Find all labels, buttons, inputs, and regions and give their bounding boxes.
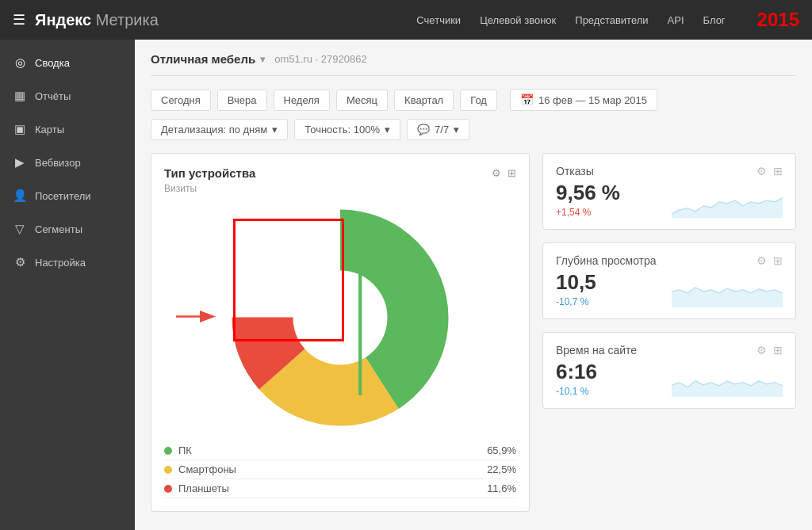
sidebar-item-segments[interactable]: ▽ Сегменты <box>0 212 135 246</box>
svodka-icon: ◎ <box>13 55 27 70</box>
filter-yesterday[interactable]: Вчера <box>217 90 267 111</box>
segments-icon-bubble: 💬 <box>417 124 430 135</box>
filter-quarter[interactable]: Квартал <box>394 90 454 111</box>
stat-body-bounce: 9,56 % +1,54 % <box>556 181 783 218</box>
legend-dot-pc <box>164 447 172 455</box>
sidebar-item-settings[interactable]: ⚙ Настройка <box>0 246 135 279</box>
right-widgets: Отказы ⚙ ⊞ 9,56 % +1,54 % <box>542 153 796 512</box>
legend-value-tablets: 11,6% <box>487 482 516 494</box>
date-range-picker[interactable]: 📅 16 фев — 15 мар 2015 <box>510 89 657 111</box>
stat-header-depth: Глубина просмотра ⚙ ⊞ <box>556 254 783 267</box>
site-meta: om51.ru · 27920862 <box>274 53 366 65</box>
content-grid: Тип устройства ⚙ ⊞ Визиты <box>151 153 796 512</box>
filter-today[interactable]: Сегодня <box>151 90 211 111</box>
segments-icon: ▽ <box>13 222 27 236</box>
time-actions[interactable]: ⚙ ⊞ <box>756 344 783 357</box>
depth-change: -10,7 % <box>556 296 596 307</box>
bounce-value: 9,56 % <box>556 181 620 205</box>
depth-grid-icon[interactable]: ⊞ <box>773 254 783 267</box>
legend-label-smartphones: Смартфоны <box>178 463 236 475</box>
accuracy-dropdown[interactable]: Точность: 100% ▾ <box>294 119 400 140</box>
header-year: 2015 <box>757 9 799 31</box>
chevron-accuracy-icon: ▾ <box>385 124 390 135</box>
segments-label: 7/7 <box>435 124 449 135</box>
logo-yandex: Яндекс <box>35 11 91 29</box>
nav-counters[interactable]: Счетчики <box>416 14 461 26</box>
bounce-sparkline <box>672 186 783 218</box>
time-grid-icon[interactable]: ⊞ <box>773 344 783 357</box>
logo-metrika: Метрика <box>96 11 159 29</box>
chevron-down-icon: ▾ <box>260 54 265 65</box>
stat-header-bounce: Отказы ⚙ ⊞ <box>556 165 783 177</box>
time-value: 6:16 <box>556 360 597 384</box>
legend-item-pc: ПК 65,9% <box>164 441 516 460</box>
subheader: Отличная мебель ▾ om51.ru · 27920862 <box>151 52 796 76</box>
menu-icon[interactable]: ☰ <box>13 11 25 29</box>
sidebar-label-svodka: Сводка <box>35 57 70 69</box>
sidebar-label-visitors: Посетители <box>35 190 91 202</box>
chart-container <box>164 207 516 429</box>
accuracy-label: Точность: 100% <box>304 124 380 135</box>
sidebar-label-reports: Отчёты <box>35 90 71 102</box>
legend-value-pc: 65,9% <box>487 444 516 456</box>
sidebar-item-reports[interactable]: ▦ Отчёты <box>0 79 135 112</box>
widget-header: Тип устройства ⚙ ⊞ <box>164 166 516 180</box>
arrow-annotation <box>172 305 220 331</box>
legend-value-smartphones: 22,5% <box>487 463 516 475</box>
sidebar-label-settings: Настройка <box>35 257 86 269</box>
sidebar-item-webvisor[interactable]: ▶ Вебвизор <box>0 146 135 179</box>
widget-subtitle: Визиты <box>164 183 516 194</box>
sidebar-item-maps[interactable]: ▣ Карты <box>0 112 135 146</box>
segments-dropdown[interactable]: 💬 7/7 ▾ <box>407 119 469 140</box>
depth-actions[interactable]: ⚙ ⊞ <box>756 254 783 267</box>
nav-representatives[interactable]: Представители <box>575 14 648 26</box>
legend-item-smartphones: Смартфоны 22,5% <box>164 460 516 479</box>
legend-label-pc: ПК <box>178 444 192 456</box>
layout: ◎ Сводка ▦ Отчёты ▣ Карты ▶ Вебвизор 👤 П… <box>0 40 812 530</box>
filter-month[interactable]: Месяц <box>336 90 388 111</box>
bounce-rate-widget: Отказы ⚙ ⊞ 9,56 % +1,54 % <box>542 153 796 230</box>
depth-value: 10,5 <box>556 270 596 295</box>
site-name: Отличная мебель <box>151 52 255 66</box>
bounce-change: +1,54 % <box>556 207 620 218</box>
time-sparkline <box>672 365 783 397</box>
main-content: Отличная мебель ▾ om51.ru · 27920862 Сег… <box>135 40 812 530</box>
detail-label: Детализация: по дням <box>161 124 267 135</box>
sidebar-item-visitors[interactable]: 👤 Посетители <box>0 179 135 212</box>
depth-title: Глубина просмотра <box>556 254 657 267</box>
legend-item-tablets: Планшеты 11,6% <box>164 479 516 498</box>
gear-icon[interactable]: ⚙ <box>492 167 501 179</box>
legend-dot-tablets <box>164 485 172 493</box>
sidebar-label-webvisor: Вебвизор <box>35 157 81 169</box>
filter-week[interactable]: Неделя <box>274 90 330 111</box>
filter-year[interactable]: Год <box>460 90 497 111</box>
nav-calls[interactable]: Целевой звонок <box>480 14 556 26</box>
site-selector[interactable]: Отличная мебель ▾ <box>151 52 265 66</box>
bounce-actions[interactable]: ⚙ ⊞ <box>756 165 783 177</box>
grid-icon[interactable]: ⊞ <box>508 167 516 179</box>
bounce-grid-icon[interactable]: ⊞ <box>773 165 783 177</box>
header: ☰ Яндекс Метрика Счетчики Целевой звонок… <box>0 0 812 40</box>
time-change: -10,1 % <box>556 386 597 397</box>
calendar-icon: 📅 <box>520 93 534 106</box>
stat-header-time: Время на сайте ⚙ ⊞ <box>556 344 783 357</box>
maps-icon: ▣ <box>13 122 27 136</box>
time-on-site-widget: Время на сайте ⚙ ⊞ 6:16 -10,1 % <box>542 332 796 409</box>
legend-dot-smartphones <box>164 466 172 474</box>
time-title: Время на сайте <box>556 344 637 357</box>
detail-dropdown[interactable]: Детализация: по дням ▾ <box>151 119 288 140</box>
widget-actions[interactable]: ⚙ ⊞ <box>492 167 516 179</box>
depth-gear-icon[interactable]: ⚙ <box>756 254 767 267</box>
nav-api[interactable]: API <box>668 14 684 26</box>
svg-marker-7 <box>672 198 783 218</box>
sidebar-item-svodka[interactable]: ◎ Сводка <box>0 46 135 79</box>
donut-chart <box>229 207 451 429</box>
depth-sparkline <box>672 276 783 307</box>
device-type-widget: Тип устройства ⚙ ⊞ Визиты <box>151 153 530 512</box>
bounce-gear-icon[interactable]: ⚙ <box>756 165 767 177</box>
nav-blog[interactable]: Блог <box>703 14 726 26</box>
date-range-text: 16 фев — 15 мар 2015 <box>538 94 647 106</box>
reports-icon: ▦ <box>13 89 27 103</box>
time-gear-icon[interactable]: ⚙ <box>756 344 767 357</box>
chevron-segments-icon: ▾ <box>454 124 459 135</box>
